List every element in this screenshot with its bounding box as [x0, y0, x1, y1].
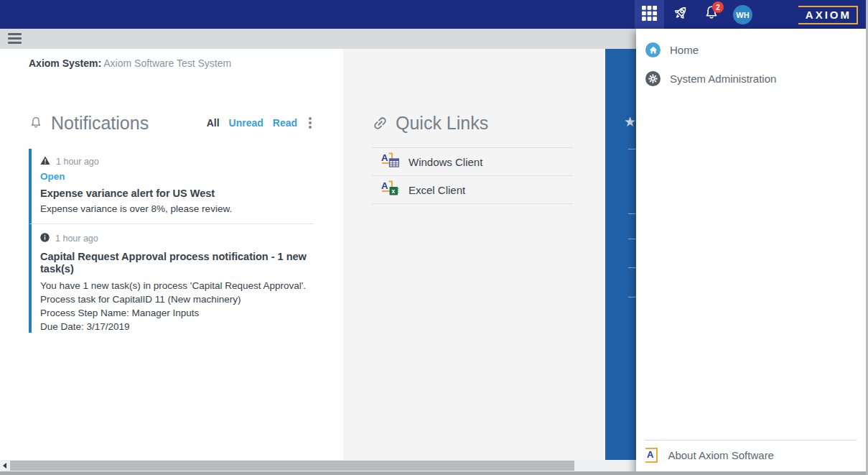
notification-time: 1 hour ago: [55, 234, 98, 244]
notification-body-line: Process task for CapitalID 11 (New machi…: [40, 292, 311, 306]
star-icon: ★: [624, 114, 636, 130]
system-identifier: Axiom System: Axiom Software Test System: [29, 57, 231, 69]
apps-grid-icon: [642, 6, 657, 24]
apps-dropdown-menu: Home: [636, 29, 868, 475]
svg-text:x: x: [391, 188, 395, 195]
menu-item-label: Home: [670, 44, 699, 56]
notifications-section: Notifications All Unread Read: [29, 109, 314, 333]
top-navigation-bar: 2 WH AXIOM: [0, 0, 868, 29]
quick-link-windows-client[interactable]: A Windows Client: [372, 148, 573, 176]
excel-client-icon: A x: [380, 180, 399, 200]
notification-body-line: You have 1 new task(s) in process 'Capit…: [40, 279, 311, 292]
notifications-title: Notifications: [51, 113, 207, 134]
notification-title: Expense variance alert for US West: [40, 188, 311, 200]
quick-links-section: Quick Links A Windows Client: [372, 109, 573, 204]
open-link[interactable]: Open: [40, 171, 65, 182]
filter-all[interactable]: All: [207, 117, 220, 129]
menu-footer: A About Axiom Software: [636, 440, 868, 475]
user-avatar[interactable]: WH: [733, 5, 752, 24]
menu-item-about-axiom[interactable]: A About Axiom Software: [645, 448, 774, 463]
quick-link-label: Excel Client: [409, 184, 465, 196]
notification-item[interactable]: 1 hour ago Capital Request Approval proc…: [29, 224, 314, 333]
svg-text:A: A: [381, 180, 388, 191]
menu-item-label: System Administration: [670, 73, 776, 85]
scroll-left-button[interactable]: [0, 460, 9, 471]
menu-item-system-administration[interactable]: System Administration: [636, 64, 868, 93]
rocket-icon: [671, 4, 691, 25]
notification-body-line: Process Step Name: Manager Inputs: [40, 306, 311, 320]
info-icon: [40, 233, 50, 244]
notification-item[interactable]: 1 hour ago Open Expense variance alert f…: [29, 149, 314, 224]
notification-time: 1 hour ago: [56, 157, 99, 167]
system-value: Axiom Software Test System: [103, 57, 231, 69]
home-icon: [645, 42, 661, 57]
notifications-button[interactable]: 2: [698, 0, 725, 29]
warning-icon: [40, 156, 50, 167]
notification-title: Capital Request Approval process notific…: [40, 251, 311, 275]
svg-text:A: A: [381, 152, 388, 163]
menu-item-home[interactable]: Home: [636, 35, 868, 64]
quick-link-label: Windows Client: [409, 156, 482, 168]
filter-read[interactable]: Read: [273, 117, 297, 129]
menu-footer-divider: [645, 440, 857, 441]
app-window: ★: [0, 0, 868, 475]
filter-unread[interactable]: Unread: [229, 117, 263, 129]
apps-menu-button[interactable]: [635, 0, 664, 29]
system-label: Axiom System:: [29, 57, 101, 69]
window-bottom-edge: [0, 471, 868, 475]
notification-body: Expense variance is over 8%, please revi…: [40, 202, 311, 216]
hamburger-menu-icon[interactable]: [8, 33, 22, 44]
about-label: About Axiom Software: [668, 449, 774, 461]
scrollbar-thumb[interactable]: [10, 461, 574, 471]
axiom-a-icon: A: [645, 448, 658, 463]
quick-link-excel-client[interactable]: A x Excel Client: [372, 176, 573, 204]
quick-links-title: Quick Links: [396, 113, 573, 134]
notification-list: 1 hour ago Open Expense variance alert f…: [29, 149, 314, 333]
bell-outline-icon: [29, 115, 43, 131]
axiom-logo: AXIOM: [798, 6, 858, 24]
gear-icon: [645, 71, 661, 86]
notification-count-badge: 2: [712, 1, 724, 13]
windows-client-icon: A: [380, 152, 399, 172]
notification-body-line: Due Date: 3/17/2019: [40, 320, 311, 333]
kebab-menu-icon[interactable]: [307, 116, 314, 130]
link-icon: [372, 115, 388, 132]
whats-new-button[interactable]: [668, 0, 694, 29]
